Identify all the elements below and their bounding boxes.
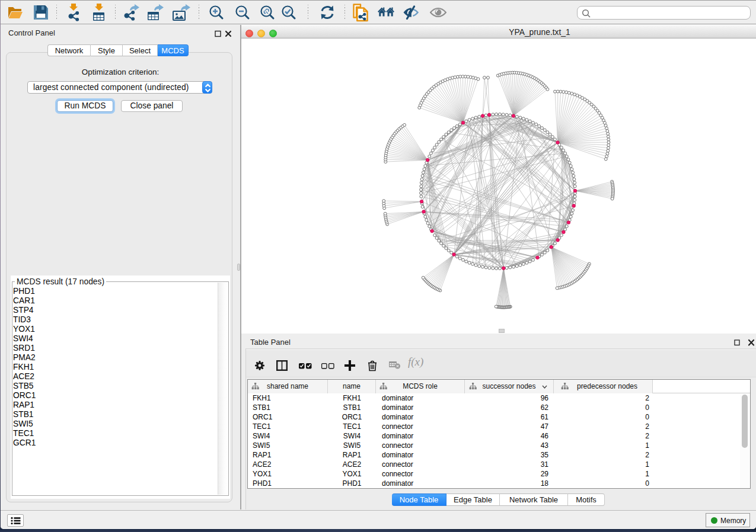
svg-text:f(x): f(x): [408, 357, 423, 368]
